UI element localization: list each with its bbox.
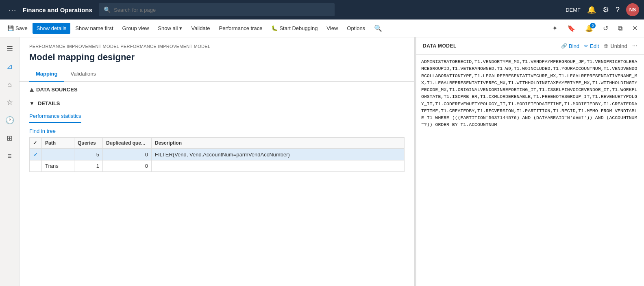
show-all-dropdown[interactable]: Show all ▾ (154, 23, 186, 34)
apps-grid-icon[interactable]: ⋯ (5, 3, 20, 16)
notifications-cmd-icon[interactable]: 🔔 0 (582, 22, 596, 35)
sidebar-favorites-icon[interactable]: ☆ (2, 94, 18, 110)
table-row[interactable]: ✓ 5 0 FILTER(Vend, Vend.AccountNum=parmV… (30, 149, 405, 160)
show-all-label: Show all (158, 25, 178, 31)
favorites-cmd-icon[interactable]: ✦ (549, 22, 561, 35)
main-layout: ☰ ⊿ ⌂ ☆ 🕐 ⊞ ≡ PERFORMANCE IMPROVEMENT MO… (0, 37, 644, 286)
perf-stats-tab-area: Performance statistics (29, 110, 405, 126)
performance-table: ✓ Path Queries Duplicated que... Descrip… (29, 137, 405, 172)
page-title: Model mapping designer (20, 50, 414, 67)
options-label: Options (347, 25, 365, 31)
save-icon: 💾 (7, 25, 14, 31)
search-icon: 🔍 (104, 6, 111, 13)
avatar[interactable]: NS (626, 3, 639, 16)
bookmark-icon[interactable]: 🔖 (564, 22, 579, 35)
col-queries[interactable]: Queries (74, 138, 103, 149)
breadcrumb: PERFORMANCE IMPROVEMENT MODEL PERFORMANC… (20, 37, 414, 50)
row2-dup: 0 (103, 160, 152, 172)
data-model-title: DATA MODEL (423, 43, 457, 49)
unbind-link[interactable]: 🗑 Unbind (604, 43, 627, 49)
settings-icon[interactable]: ⚙ (603, 5, 609, 14)
environment-label: DEMF (566, 7, 581, 13)
validate-button[interactable]: Validate (187, 23, 214, 34)
find-in-tree-container: Find in tree (29, 126, 405, 136)
search-bar[interactable]: 🔍 (99, 3, 335, 16)
show-details-button[interactable]: Show details (33, 23, 71, 34)
notification-badge: 0 (590, 23, 596, 28)
sidebar-home-icon[interactable]: ⌂ (2, 76, 18, 93)
row1-queries: 5 (74, 149, 103, 160)
col-check: ✓ (30, 138, 42, 149)
unbind-icon: 🗑 (604, 43, 609, 49)
sql-content: ADMINISTRATORRECID,T1.VENDORTYPE_MX,T1.V… (416, 55, 644, 286)
tab-validations[interactable]: Validations (64, 67, 102, 82)
left-panel: PERFORMANCE IMPROVEMENT MODEL PERFORMANC… (20, 37, 415, 286)
right-panel: DATA MODEL 🔗 Bind ✏ Edit 🗑 Unbind ··· (416, 37, 644, 286)
performance-trace-button[interactable]: Performance trace (215, 23, 266, 34)
top-navigation: ⋯ Finance and Operations 🔍 DEMF 🔔 ⚙ ? NS (0, 0, 644, 20)
table-row[interactable]: Trans 1 0 (30, 160, 405, 172)
top-right-actions: DEMF 🔔 ⚙ ? NS (566, 3, 639, 16)
chevron-down-icon: ▾ (179, 25, 182, 31)
show-name-first-label: Show name first (75, 25, 113, 31)
more-actions-icon[interactable]: ··· (632, 42, 637, 50)
details-chevron: ▼ (29, 100, 35, 106)
notification-icon[interactable]: 🔔 (587, 5, 596, 14)
row1-description: FILTER(Vend, Vend.AccountNum=parmVendAcc… (152, 149, 405, 160)
row2-queries: 1 (74, 160, 103, 172)
cmd-right-icons: ✦ 🔖 🔔 0 ↺ ⧉ ✕ (549, 22, 641, 35)
bind-link[interactable]: 🔗 Bind (561, 43, 579, 49)
row2-description (152, 160, 405, 172)
perf-stats-label[interactable]: Performance statistics (29, 111, 81, 123)
sidebar-filter-icon[interactable]: ⊿ (2, 58, 18, 75)
show-name-first-button[interactable]: Show name first (71, 23, 117, 34)
command-bar: 💾 Save Show details Show name first Grou… (0, 20, 644, 37)
view-button[interactable]: View (322, 23, 342, 34)
details-section-header[interactable]: ▼ DETAILS (29, 96, 405, 110)
start-debugging-button[interactable]: 🐛 Start Debugging (267, 23, 322, 34)
open-new-icon[interactable]: ⧉ (615, 22, 626, 35)
col-dup-queries[interactable]: Duplicated que... (103, 138, 152, 149)
close-icon[interactable]: ✕ (629, 22, 641, 35)
view-label: View (326, 25, 338, 31)
row2-path[interactable]: Trans (42, 160, 74, 172)
find-in-tree-link[interactable]: Find in tree (29, 125, 56, 137)
data-sources-section-header[interactable]: ▶ DATA SOURCES (29, 82, 405, 96)
right-panel-header: DATA MODEL 🔗 Bind ✏ Edit 🗑 Unbind ··· (416, 37, 644, 55)
save-button[interactable]: 💾 Save (3, 23, 32, 34)
left-sidebar: ☰ ⊿ ⌂ ☆ 🕐 ⊞ ≡ (0, 37, 20, 286)
cmd-search-icon[interactable]: 🔍 (370, 22, 386, 35)
app-title: Finance and Operations (23, 6, 92, 13)
row2-check (30, 160, 42, 172)
show-details-label: Show details (37, 25, 67, 31)
data-sources-label: DATA SOURCES (36, 87, 78, 93)
performance-trace-label: Performance trace (219, 25, 262, 31)
show-all-button[interactable]: Show all ▾ (154, 23, 186, 34)
help-icon[interactable]: ? (616, 6, 620, 14)
sidebar-list-icon[interactable]: ≡ (2, 148, 18, 164)
validate-label: Validate (191, 25, 210, 31)
content-area: PERFORMANCE IMPROVEMENT MODEL PERFORMANC… (20, 37, 644, 286)
refresh-icon[interactable]: ↺ (600, 22, 611, 35)
sidebar-workspace-icon[interactable]: ⊞ (2, 130, 18, 146)
bug-icon: 🐛 (271, 25, 278, 31)
row1-check: ✓ (30, 149, 42, 160)
row1-path (42, 149, 74, 160)
group-view-label: Group view (122, 25, 149, 31)
sidebar-menu-icon[interactable]: ☰ (2, 41, 18, 57)
link-icon: 🔗 (561, 43, 567, 49)
edit-link[interactable]: ✏ Edit (584, 43, 599, 49)
sidebar-recent-icon[interactable]: 🕐 (2, 112, 18, 128)
search-input[interactable] (114, 7, 330, 13)
panel-content: ▶ DATA SOURCES ▼ DETAILS Performance sta… (20, 82, 414, 286)
save-label: Save (15, 25, 28, 31)
col-description[interactable]: Description (152, 138, 405, 149)
edit-icon: ✏ (584, 43, 588, 49)
row1-dup: 0 (103, 149, 152, 160)
start-debugging-label: Start Debugging (279, 25, 318, 31)
options-button[interactable]: Options (343, 23, 369, 34)
group-view-button[interactable]: Group view (118, 23, 153, 34)
col-path[interactable]: Path (42, 138, 74, 149)
tab-mapping[interactable]: Mapping (29, 67, 64, 82)
tabs-bar: Mapping Validations (20, 67, 414, 82)
